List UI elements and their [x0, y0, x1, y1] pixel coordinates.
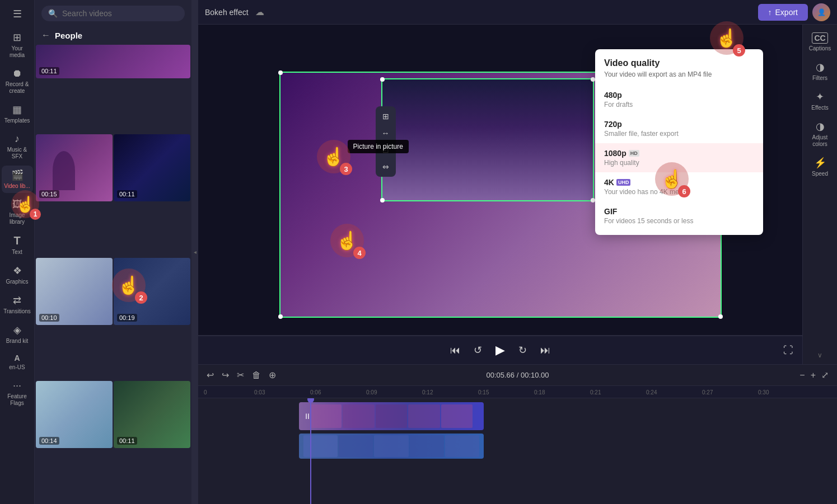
- brand-kit-icon: ◈: [13, 324, 21, 336]
- quality-480p-label: 480p: [604, 91, 754, 100]
- quality-option-1080p[interactable]: 1080p HD High quality: [595, 143, 763, 172]
- sidebar-item-music[interactable]: ♪ Music & SFX: [2, 130, 33, 163]
- playback-bar: ⏮ ↺ ▶ ↻ ⏭ ⛶: [198, 336, 802, 364]
- pip-flip-btn[interactable]: ⇔: [378, 159, 394, 175]
- sidebar-item-en-us[interactable]: A en-US: [2, 350, 33, 374]
- quality-dropdown: Video quality Your video will export as …: [595, 49, 763, 235]
- sidebar-item-templates[interactable]: ▦ Templates: [2, 100, 33, 128]
- sidebar-item-hamburger[interactable]: ☰: [2, 4, 33, 23]
- pip-transform-btn[interactable]: ↔: [378, 125, 394, 141]
- quality-1080p-desc: High quality: [604, 159, 754, 167]
- current-time: 00:05.66 / 00:10.00: [486, 371, 549, 379]
- right-panel-speed[interactable]: ⚡ Speed: [805, 153, 836, 181]
- sidebar-item-video-lib[interactable]: 🎬 Video lib...: [2, 166, 33, 193]
- sidebar-item-image-lib[interactable]: 🖼 Image library: [2, 195, 33, 229]
- timeline-zoom: − + ⤢: [798, 368, 830, 382]
- zoom-in-button[interactable]: +: [809, 368, 817, 382]
- cut-button[interactable]: ✂: [235, 368, 246, 382]
- redo-button[interactable]: ↪: [220, 368, 231, 382]
- skip-forward-button[interactable]: ⏭: [538, 342, 553, 359]
- video-thumb-5[interactable]: 00:14: [36, 381, 113, 448]
- search-box[interactable]: 🔍: [41, 6, 185, 21]
- language-icon: A: [14, 354, 20, 362]
- export-button[interactable]: ↑ Export: [758, 4, 808, 21]
- search-area: 🔍: [35, 0, 191, 27]
- collapse-down-btn[interactable]: ∨: [817, 350, 822, 360]
- video-duration-3: 00:10: [39, 314, 59, 322]
- skip-back-button[interactable]: ⏮: [448, 342, 462, 359]
- ruler-30: 0:30: [758, 389, 769, 395]
- quality-option-4k[interactable]: 4K UHD Your video has no 4K media: [595, 172, 763, 201]
- right-panel-effects[interactable]: ✦ Effects: [805, 87, 836, 115]
- timeline-toolbar: ↩ ↪ ✂ 🗑 ⊕ 00:05.66 / 00:10.00 − + ⤢: [198, 365, 837, 386]
- speed-icon: ⚡: [814, 157, 826, 169]
- sidebar-item-feature-flags[interactable]: ··· Feature Flags: [2, 376, 33, 410]
- sidebar-item-brand-kit[interactable]: ◈ Brand kit: [2, 321, 33, 348]
- ruler-18: 0:18: [534, 389, 545, 395]
- video-thumb-3[interactable]: 00:10: [36, 258, 113, 325]
- transitions-icon: ⇄: [13, 294, 21, 307]
- sidebar-templates-label: Templates: [4, 117, 30, 124]
- user-avatar[interactable]: 👤: [812, 3, 830, 21]
- filters-icon: ◑: [816, 61, 825, 73]
- undo-button[interactable]: ↩: [205, 368, 216, 382]
- search-input[interactable]: [62, 9, 178, 18]
- video-thumb-4[interactable]: 00:19: [114, 258, 190, 325]
- right-panel-adjust[interactable]: ◑ Adjust colors: [805, 117, 836, 151]
- sidebar-item-transitions[interactable]: ⇄ Transitions: [2, 291, 33, 318]
- quality-option-gif[interactable]: GIF For videos 15 seconds or less: [595, 201, 763, 230]
- rewind-button[interactable]: ↺: [471, 342, 484, 359]
- sidebar-item-record[interactable]: ⏺ Record &create: [2, 64, 33, 98]
- video-thumb-6[interactable]: 00:11: [114, 381, 190, 448]
- sidebar-item-graphics[interactable]: ❖ Graphics: [2, 261, 33, 289]
- filters-label: Filters: [812, 75, 827, 82]
- video-duration-5: 00:14: [39, 437, 59, 445]
- sidebar-item-your-media[interactable]: ⊞ Your media: [2, 28, 33, 62]
- playhead[interactable]: [310, 398, 311, 504]
- add-button[interactable]: ⊕: [267, 368, 278, 382]
- right-panel-captions[interactable]: CC Captions: [805, 29, 836, 55]
- quality-option-480p[interactable]: 480p For drafts: [595, 85, 763, 114]
- zoom-out-button[interactable]: −: [798, 368, 806, 382]
- delete-button[interactable]: 🗑: [250, 369, 263, 382]
- sidebar-item-text[interactable]: T Text: [2, 231, 33, 259]
- sidebar-videolib-label: Video lib...: [4, 183, 30, 190]
- quality-720p-label: 720p: [604, 120, 754, 129]
- image-lib-icon: 🖼: [12, 199, 22, 210]
- back-button[interactable]: ←: [41, 30, 50, 40]
- fullscreen-button[interactable]: ⛶: [781, 342, 796, 359]
- sidebar-text-label: Text: [12, 249, 22, 256]
- collapse-handle[interactable]: ◂: [191, 0, 198, 504]
- record-icon: ⏺: [12, 68, 22, 79]
- video-duration-6: 00:11: [117, 437, 137, 445]
- top-bar-right: ↑ Export 👤: [758, 3, 830, 21]
- handle-br[interactable]: [591, 198, 595, 202]
- text-icon: T: [13, 234, 20, 247]
- video-thumb-2[interactable]: 00:11: [114, 134, 190, 201]
- handle-tr[interactable]: [591, 77, 595, 82]
- main-area: Bokeh effect ☁ ↑ Export 👤: [198, 0, 837, 504]
- sidebar-item-label: Your media: [4, 45, 31, 59]
- quality-option-720p[interactable]: 720p Smaller file, faster export: [595, 114, 763, 143]
- search-icon: 🔍: [48, 9, 58, 18]
- ruler-3: 0:03: [254, 389, 265, 395]
- ruler-track: 0 0:03 0:06 0:09 0:12 0:15 0:18 0:21 0:2…: [198, 387, 837, 397]
- sidebar-enus-label: en-US: [9, 364, 25, 371]
- video-thumb-0[interactable]: 00:11: [36, 45, 190, 78]
- adjust-label: Adjust colors: [807, 134, 834, 148]
- forward-button[interactable]: ↻: [516, 342, 529, 359]
- audio-track[interactable]: [299, 434, 484, 459]
- avatar-image: 👤: [817, 8, 826, 16]
- fit-button[interactable]: ⤢: [820, 368, 830, 382]
- pip-crop-btn[interactable]: ⊞: [378, 109, 394, 124]
- video-thumb-1[interactable]: 00:15: [36, 134, 113, 201]
- play-button[interactable]: ▶: [493, 341, 507, 360]
- pip-container[interactable]: [381, 78, 594, 201]
- handle-tl[interactable]: [380, 77, 385, 82]
- video-track[interactable]: ⏸: [299, 402, 484, 430]
- templates-icon: ▦: [12, 103, 22, 116]
- music-icon: ♪: [15, 133, 20, 145]
- right-panel-filters[interactable]: ◑ Filters: [805, 58, 836, 85]
- quality-720p-desc: Smaller file, faster export: [604, 130, 754, 138]
- handle-bl[interactable]: [380, 198, 385, 202]
